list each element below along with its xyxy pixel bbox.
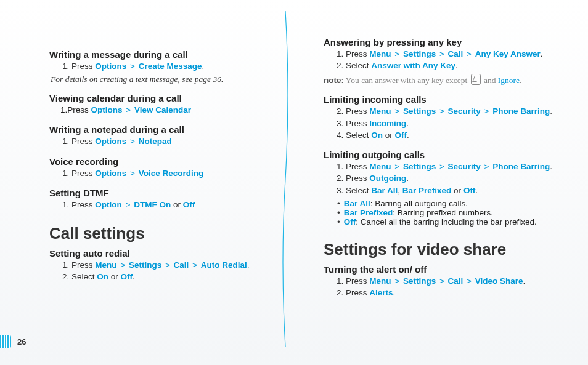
text: .	[406, 119, 409, 128]
menu-path: Auto Redial	[201, 260, 247, 270]
text: .	[247, 260, 250, 270]
text: .	[523, 276, 526, 286]
text: Press	[71, 260, 95, 270]
chevron: >	[128, 137, 137, 146]
menu-path: Call	[448, 276, 463, 286]
chevron: >	[123, 200, 133, 209]
bullet-item: Bar All: Barring all outgoing calls.	[335, 199, 563, 208]
menu-path: Settings	[403, 276, 436, 286]
text: or	[383, 130, 395, 140]
step-list: Press Options > Voice Recording	[49, 168, 289, 179]
chevron: >	[437, 106, 446, 116]
menu-path: Menu	[369, 106, 391, 116]
text: Press	[346, 49, 369, 58]
chevron: >	[163, 260, 172, 270]
chevron: >	[393, 276, 402, 286]
manual-page: Writing a message during a call Press Op…	[0, 0, 588, 365]
menu-path: View Calendar	[134, 105, 191, 114]
step-item: Press Menu > Settings > Call > Auto Redi…	[71, 260, 289, 271]
step-item: Press Incoming.	[346, 118, 563, 129]
text: : Barring prefixed numbers.	[393, 208, 493, 217]
chevron: >	[190, 260, 199, 270]
heading-video-share: Settings for video share	[324, 240, 563, 259]
step-item: Press Option > DTMF On or Off	[71, 199, 289, 211]
text: Press	[71, 137, 95, 146]
step-item: Press Options > Create Message.	[71, 61, 289, 72]
option: Off	[463, 186, 476, 195]
text: .	[393, 288, 396, 297]
option: Outgoing	[369, 174, 406, 183]
bullet-list: Bar All: Barring all outgoing calls. Bar…	[335, 199, 563, 227]
text: : Barring all outgoing calls.	[370, 199, 468, 208]
text: Press	[346, 174, 369, 183]
send-key-icon	[471, 74, 481, 85]
chevron: >	[437, 162, 446, 171]
chevron: >	[128, 62, 137, 71]
soft-key: Options	[95, 62, 126, 71]
option: On	[371, 130, 383, 140]
menu-path: Any Key Answer	[475, 49, 541, 58]
step-list: Press Menu > Settings > Security > Phone…	[324, 161, 563, 196]
menu-path: Settings	[403, 106, 436, 116]
option: Off	[344, 217, 356, 227]
text: or	[451, 186, 463, 195]
text: Press	[346, 119, 369, 128]
text: Select	[346, 61, 371, 70]
soft-key: Options	[95, 169, 126, 178]
page-number-bar: 26	[0, 335, 26, 348]
text: .	[407, 130, 409, 140]
menu-path: Menu	[369, 49, 391, 58]
chevron: >	[437, 49, 446, 58]
text: Press	[346, 288, 369, 297]
chevron: >	[128, 169, 137, 178]
page-number: 26	[17, 337, 26, 347]
menu-path: Call	[448, 49, 463, 58]
section-title: Turning the alert on/ off	[324, 264, 563, 275]
menu-path: Create Message	[139, 62, 202, 71]
step-item: Press Menu > Settings > Call > Any Key A…	[346, 49, 563, 60]
option: Answer with Any Key	[371, 61, 455, 70]
step-list: Press Option > DTMF On or Off	[49, 199, 289, 211]
text: .	[406, 174, 409, 183]
menu-path: Phone Barring	[492, 162, 550, 171]
chevron: >	[118, 260, 128, 270]
text: .	[133, 272, 135, 281]
note-line: note: You can answer with any key except…	[324, 74, 563, 86]
option: Off	[121, 272, 133, 281]
text: Press	[346, 162, 369, 171]
step-item: Press Menu > Settings > Security > Phone…	[346, 161, 563, 172]
soft-key: Options	[95, 137, 126, 146]
note-label: note:	[324, 76, 344, 85]
text: .	[202, 62, 204, 71]
text: .	[520, 76, 521, 85]
text: .	[475, 186, 478, 195]
menu-path: Menu	[369, 276, 391, 286]
text: .	[550, 106, 552, 116]
menu-path: Phone Barring	[492, 106, 550, 116]
text: or	[108, 272, 121, 281]
chevron: >	[437, 276, 446, 286]
step-list: Press Menu > Settings > Call > Auto Redi…	[49, 260, 289, 283]
step-list: Press Options > Create Message.	[49, 61, 289, 72]
section-title: Writing a message during a call	[49, 49, 289, 60]
section-title: Voice recording	[49, 156, 289, 167]
step-item: Press Options > Voice Recording	[71, 168, 289, 179]
menu-path: Video Share	[475, 276, 523, 286]
section-title: Viewing calendar during a call	[49, 93, 289, 103]
step-list: Press Menu > Settings > Call > Any Key A…	[324, 49, 563, 71]
step-item: 1.Press Options > View Calendar	[49, 105, 289, 116]
section-title: Setting DTMF	[49, 188, 289, 198]
text: Press	[346, 106, 369, 116]
chevron: >	[393, 162, 402, 171]
step-item: Select Answer with Any Key.	[346, 60, 563, 71]
text: 1.Press	[60, 105, 91, 114]
menu-path: Menu	[95, 260, 116, 270]
option: Bar All	[344, 199, 370, 208]
menu-path: Security	[448, 162, 481, 171]
step-item: Select Bar All, Bar Prefixed or Off.	[346, 185, 563, 196]
text: Select	[346, 186, 371, 195]
option: Bar All	[371, 186, 398, 195]
option: Bar Prefixed	[402, 186, 452, 195]
text: : Cancel all the barring including the b…	[356, 217, 536, 227]
heading-call-settings: Call settings	[49, 224, 289, 243]
